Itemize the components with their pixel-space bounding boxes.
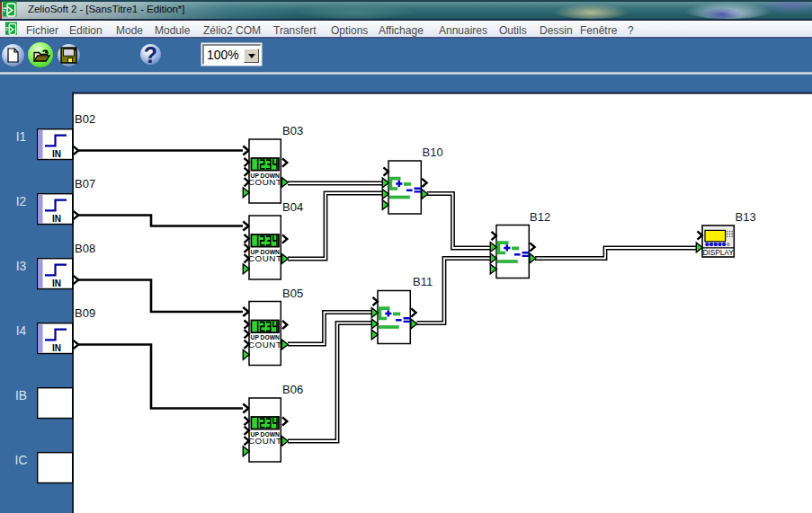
svg-text:B12: B12	[530, 210, 550, 224]
svg-text:B10: B10	[423, 146, 443, 159]
svg-text:I2: I2	[16, 195, 27, 208]
svg-text:B09: B09	[75, 306, 95, 320]
svg-text:B07: B07	[75, 177, 95, 190]
svg-text:B08: B08	[75, 242, 95, 255]
svg-text:B03: B03	[282, 124, 303, 137]
svg-text:IC: IC	[15, 454, 28, 467]
svg-text:B02: B02	[75, 112, 95, 126]
svg-text:B11: B11	[413, 275, 433, 288]
svg-text:I4: I4	[16, 324, 27, 338]
svg-text:I3: I3	[16, 260, 27, 273]
svg-text:B13: B13	[736, 210, 756, 224]
svg-text:I1: I1	[16, 130, 27, 144]
svg-text:DISPLAY: DISPLAY	[703, 248, 735, 257]
svg-text:?: ?	[144, 42, 157, 67]
svg-text:B05: B05	[282, 287, 303, 300]
svg-text:B06: B06	[282, 383, 303, 396]
svg-text:B04: B04	[282, 200, 303, 214]
svg-text:IB: IB	[15, 389, 27, 402]
